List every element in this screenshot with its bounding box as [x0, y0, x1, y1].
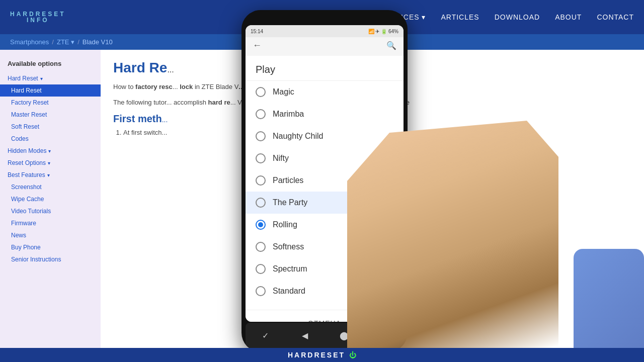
nav-item-articles[interactable]: ARTICLES	[441, 13, 479, 22]
check-button[interactable]: ✓	[259, 329, 271, 341]
list-item[interactable]: Particles	[246, 169, 404, 192]
sidebar-item-video-tutorials[interactable]: Video Tutorials	[0, 205, 101, 217]
phone-image	[574, 249, 644, 359]
sidebar-item-wipe-cache[interactable]: Wipe Cache	[0, 193, 101, 205]
dialog-header: Play	[246, 56, 404, 81]
status-time: 15:14	[251, 29, 263, 34]
radio-softness[interactable]	[256, 242, 266, 252]
label-spectrum: Spectrum	[273, 264, 307, 274]
status-icons: 📶 ✈ 🔋 64%	[368, 29, 398, 34]
separator1: /	[52, 38, 54, 46]
label-marimba: Marimba	[273, 110, 304, 119]
radio-standard[interactable]	[256, 286, 266, 296]
breadcrumb-smartphones[interactable]: Smartphones	[10, 38, 49, 46]
label-particles: Particles	[273, 176, 303, 185]
power-icon: ⏻	[349, 351, 356, 359]
sidebar-item-buy-phone[interactable]: Buy Phone	[0, 241, 101, 253]
arrow-icon: ▾	[40, 76, 43, 81]
sidebar-item-firmware[interactable]: Firmware	[0, 217, 101, 229]
nav-item-about[interactable]: ABOUT	[555, 13, 582, 22]
sidebar-item-codes[interactable]: Codes	[0, 133, 101, 145]
breadcrumb-zte[interactable]: ZTE ▾	[57, 38, 74, 46]
dialog-sheet: Play Magic Marimba	[246, 56, 404, 322]
list-item[interactable]: Softness	[246, 236, 404, 258]
phone-device: 15:14 📶 ✈ 🔋 64% ← 🔍 Play Magic	[242, 10, 408, 352]
nav-item-download[interactable]: DOWNLOAD	[495, 13, 540, 22]
dialog-title: Play	[256, 64, 393, 75]
status-bar: 15:14 📶 ✈ 🔋 64%	[246, 25, 404, 37]
radio-magic[interactable]	[256, 87, 266, 97]
dialog-footer: ОТМЕНА	[246, 310, 404, 322]
bottom-logo-text: HARDRESET	[288, 351, 345, 359]
radio-naughty-child[interactable]	[256, 131, 266, 141]
nav-item-contact[interactable]: CONTACT	[597, 13, 634, 22]
list-item[interactable]: Marimba	[246, 103, 404, 125]
phone-bottom-bar: ✓ ◀ ⬤ ■	[246, 323, 404, 348]
arrow-icon: ▾	[48, 148, 51, 154]
list-item[interactable]: Magic	[246, 81, 404, 103]
list-item[interactable]: Naughty Child	[246, 125, 404, 147]
list-item[interactable]: Spectrum	[246, 258, 404, 280]
sidebar-item-hard-reset-active[interactable]: Hard Reset	[0, 84, 101, 97]
list-item[interactable]: The Party	[246, 192, 404, 214]
radio-spectrum[interactable]	[256, 264, 266, 274]
label-the-party: The Party	[273, 198, 307, 207]
cancel-button[interactable]: ОТМЕНА	[298, 315, 351, 322]
sidebar-item-soft-reset[interactable]: Soft Reset	[0, 121, 101, 133]
breadcrumb-blade: Blade V10	[83, 38, 113, 46]
sidebar-item-master-reset[interactable]: Master Reset	[0, 109, 101, 121]
label-rolling: Rolling	[273, 220, 297, 229]
label-standard: Standard	[273, 287, 305, 296]
phone-screen: 15:14 📶 ✈ 🔋 64% ← 🔍 Play Magic	[246, 25, 404, 322]
radio-the-party[interactable]	[256, 198, 266, 208]
sidebar-item-news[interactable]: News	[0, 229, 101, 241]
sidebar-item-reset-options[interactable]: Reset Options ▾	[0, 157, 101, 169]
add-ringtone-item[interactable]: + Добавить рингтон...	[246, 302, 404, 310]
list-item[interactable]: Nifty	[246, 147, 404, 169]
arrow-icon: ▾	[47, 172, 50, 178]
list-item[interactable]: Standard	[246, 280, 404, 302]
recents-button[interactable]: ■	[378, 329, 390, 341]
radio-marimba[interactable]	[256, 109, 266, 119]
sidebar-item-best-features[interactable]: Best Features ▾	[0, 169, 101, 181]
radio-nifty[interactable]	[256, 153, 266, 163]
phone-notch	[312, 13, 337, 22]
radio-rolling[interactable]	[256, 220, 266, 230]
bottom-branding: HARDRESET ⏻	[0, 348, 644, 362]
radio-particles[interactable]	[256, 175, 266, 186]
arrow-icon: ▾	[48, 160, 50, 166]
sidebar-item-factory-reset[interactable]: Factory Reset	[0, 97, 101, 109]
site-logo[interactable]: HARDRESET INFO	[10, 11, 66, 23]
sidebar-item-senior-instructions[interactable]: Senior Instructions	[0, 253, 101, 265]
back-button[interactable]: ◀	[299, 329, 311, 341]
home-button[interactable]: ⬤	[338, 329, 350, 341]
label-softness: Softness	[273, 242, 304, 251]
label-naughty-child: Naughty Child	[273, 132, 324, 141]
ringtone-list: Magic Marimba Naughty Child	[246, 81, 404, 310]
label-nifty: Nifty	[273, 154, 289, 163]
nav-links: DEVICES ▾ ARTICLES DOWNLOAD ABOUT CONTAC…	[385, 13, 634, 22]
logo-subtext: INFO	[10, 17, 66, 23]
sidebar-item-hidden-modes[interactable]: Hidden Modes ▾	[0, 145, 101, 157]
list-item[interactable]: Rolling	[246, 214, 404, 236]
separator2: /	[77, 38, 79, 46]
sidebar-item-screenshot[interactable]: Screenshot	[0, 181, 101, 193]
sidebar-item-hard-reset-group[interactable]: Hard Reset ▾	[0, 72, 101, 84]
search-icon[interactable]: 🔍	[386, 41, 396, 50]
sidebar: Available options Hard Reset ▾ Hard Rese…	[0, 50, 101, 359]
sidebar-title: Available options	[0, 57, 101, 72]
label-magic: Magic	[273, 87, 294, 97]
back-arrow-icon[interactable]: ←	[253, 40, 262, 51]
